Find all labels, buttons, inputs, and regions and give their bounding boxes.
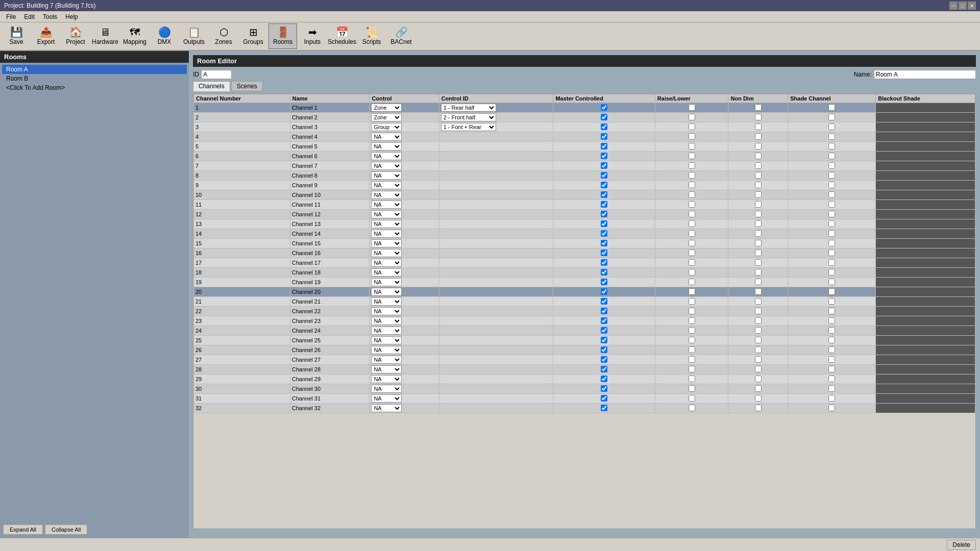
cell-control-id[interactable] [439,161,553,171]
master-checkbox[interactable] [601,259,607,266]
master-checkbox[interactable] [601,143,607,149]
cell-control-id[interactable] [439,316,553,326]
cell-shade-channel[interactable] [788,200,876,210]
raise-checkbox[interactable] [689,385,695,392]
toolbar-btn-hardware[interactable]: 🖥Hardware [91,23,119,49]
control-select[interactable]: NAZoneGroup [371,404,402,412]
control-select[interactable]: NAZoneGroup [371,142,402,151]
cell-non-dim[interactable] [728,345,788,355]
menu-item-help[interactable]: Help [61,12,82,21]
cell-non-dim[interactable] [728,287,788,297]
nondim-checkbox[interactable] [755,220,762,227]
cell-control[interactable]: NAZoneGroup [370,122,439,132]
cell-shade-channel[interactable] [788,239,876,248]
cell-raise-lower[interactable] [655,132,728,142]
master-checkbox[interactable] [601,172,607,179]
cell-non-dim[interactable] [728,103,788,113]
cell-control-id[interactable] [439,152,553,161]
nondim-checkbox[interactable] [755,346,762,353]
shade-checkbox[interactable] [828,298,835,305]
nondim-checkbox[interactable] [755,405,762,411]
cell-shade-channel[interactable] [788,210,876,219]
cell-control-id[interactable] [439,336,553,345]
control-select[interactable]: NAZoneGroup [371,239,402,247]
nondim-checkbox[interactable] [755,269,762,276]
delete-button[interactable]: Delete [947,540,976,550]
cell-control[interactable]: NAZoneGroup [370,316,439,326]
cell-control[interactable]: NAZoneGroup [370,132,439,142]
cell-master-controlled[interactable] [553,219,655,229]
raise-checkbox[interactable] [689,123,695,130]
cell-control[interactable]: NAZoneGroup [370,258,439,268]
room-item[interactable]: Room B [2,74,187,83]
cell-master-controlled[interactable] [553,132,655,142]
cell-shade-channel[interactable] [788,171,876,181]
cell-shade-channel[interactable] [788,345,876,355]
control-select[interactable]: NAZoneGroup [371,385,402,393]
cell-raise-lower[interactable] [655,374,728,384]
cell-raise-lower[interactable] [655,268,728,278]
cell-master-controlled[interactable] [553,355,655,365]
cell-master-controlled[interactable] [553,345,655,355]
cell-non-dim[interactable] [728,181,788,190]
raise-checkbox[interactable] [689,259,695,266]
cell-control-id[interactable] [439,287,553,297]
cell-shade-channel[interactable] [788,132,876,142]
nondim-checkbox[interactable] [755,317,762,324]
cell-shade-channel[interactable] [788,142,876,152]
shade-checkbox[interactable] [828,230,835,237]
cell-master-controlled[interactable] [553,365,655,374]
cell-non-dim[interactable] [728,336,788,345]
cell-control-id[interactable] [439,219,553,229]
shade-checkbox[interactable] [828,375,835,382]
cell-control-id[interactable] [439,142,553,152]
control-select[interactable]: NAZoneGroup [371,249,402,257]
cell-shade-channel[interactable] [788,404,876,413]
nondim-checkbox[interactable] [755,240,762,246]
cell-non-dim[interactable] [728,326,788,336]
master-checkbox[interactable] [601,220,607,227]
tab-scenes[interactable]: Scenes [231,81,263,91]
control-select[interactable]: NAZoneGroup [371,356,402,364]
cell-raise-lower[interactable] [655,200,728,210]
cell-control-id[interactable] [439,248,553,258]
cell-raise-lower[interactable] [655,122,728,132]
toolbar-btn-bacnet[interactable]: 🔗BACnet [387,23,415,49]
cell-raise-lower[interactable] [655,278,728,287]
master-checkbox[interactable] [601,104,607,111]
cell-control-id[interactable]: 1 - Font + Rear [439,122,553,132]
cell-non-dim[interactable] [728,355,788,365]
nondim-checkbox[interactable] [755,143,762,149]
cell-raise-lower[interactable] [655,345,728,355]
cell-non-dim[interactable] [728,132,788,142]
toolbar-btn-scripts[interactable]: 📜Scripts [357,23,386,49]
cell-raise-lower[interactable] [655,404,728,413]
cell-control[interactable]: NAZoneGroup [370,307,439,316]
toolbar-btn-schedules[interactable]: 📅Schedules [328,23,356,49]
control-select[interactable]: NAZoneGroup [371,346,402,354]
shade-checkbox[interactable] [828,385,835,392]
restore-button[interactable]: □ [959,2,967,10]
raise-checkbox[interactable] [689,279,695,285]
cell-non-dim[interactable] [728,113,788,122]
shade-checkbox[interactable] [828,104,835,111]
channel-table-wrap[interactable]: Channel Number Name Control Control ID M… [193,93,976,529]
cell-shade-channel[interactable] [788,297,876,307]
cell-shade-channel[interactable] [788,326,876,336]
master-checkbox[interactable] [601,123,607,130]
cell-raise-lower[interactable] [655,142,728,152]
cell-master-controlled[interactable] [553,297,655,307]
nondim-checkbox[interactable] [755,259,762,266]
cell-master-controlled[interactable] [553,122,655,132]
cell-shade-channel[interactable] [788,219,876,229]
cell-control[interactable]: NAZoneGroup [370,365,439,374]
cell-control[interactable]: NAZoneGroup [370,336,439,345]
cell-control[interactable]: NAZoneGroup [370,394,439,404]
cell-master-controlled[interactable] [553,171,655,181]
nondim-checkbox[interactable] [755,395,762,402]
control-select[interactable]: NAZoneGroup [371,123,402,131]
cell-control[interactable]: NAZoneGroup [370,181,439,190]
nondim-checkbox[interactable] [755,356,762,363]
nondim-checkbox[interactable] [755,133,762,140]
cell-control[interactable]: NAZoneGroup [370,113,439,122]
